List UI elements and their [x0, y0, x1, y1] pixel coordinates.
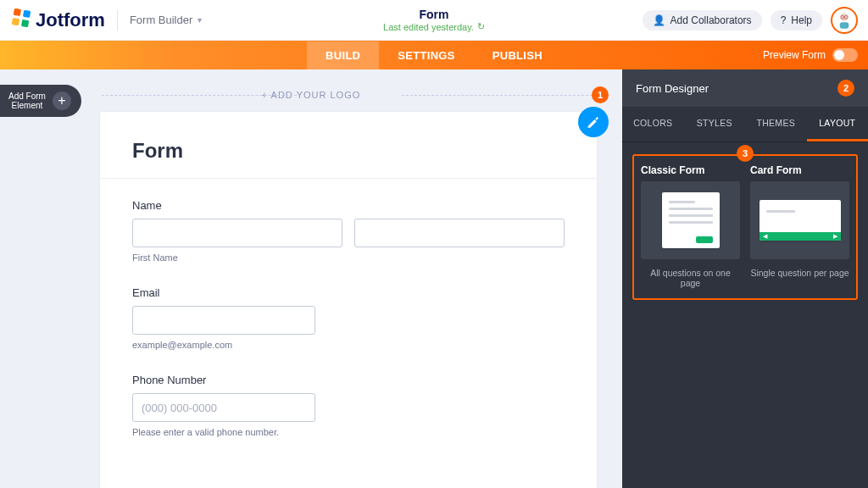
- designer-tab-styles[interactable]: STYLES: [684, 107, 746, 141]
- card-thumb: ◀▶: [760, 200, 841, 241]
- svg-rect-1: [23, 9, 31, 17]
- main-nav: BUILD SETTINGS PUBLISH Preview Form: [0, 41, 868, 69]
- designer-panel: Form Designer 2 COLORS STYLES THEMES LAY…: [622, 69, 868, 488]
- add-logo-slot[interactable]: + ADD YOUR LOGO: [0, 69, 622, 105]
- logo-icon: [10, 7, 32, 34]
- brand-text: Jotform: [36, 9, 105, 31]
- breadcrumb[interactable]: Form Builder ▾: [130, 14, 202, 26]
- layout-options: Classic Form All questions on one page C…: [632, 154, 858, 300]
- tab-publish[interactable]: PUBLISH: [474, 42, 561, 69]
- annotation-1: 1: [592, 86, 609, 103]
- svg-rect-8: [840, 22, 849, 29]
- user-icon: 👤: [653, 14, 665, 26]
- card-sub: Single question per page: [750, 268, 849, 278]
- annotation-2: 2: [837, 80, 854, 97]
- last-name-input[interactable]: [354, 219, 565, 247]
- logo[interactable]: Jotform: [10, 7, 105, 34]
- email-input[interactable]: [132, 306, 315, 335]
- designer-title: Form Designer: [636, 82, 709, 95]
- page-title: Form: [383, 8, 485, 21]
- divider: [117, 10, 118, 30]
- svg-rect-3: [21, 19, 29, 26]
- classic-thumb: [662, 192, 720, 248]
- name-label: Name: [132, 199, 565, 212]
- card-title: Card Form: [750, 164, 849, 176]
- field-name[interactable]: Name First Name: [100, 199, 597, 286]
- form-card: Form Name First Name Email example@examp…: [100, 112, 597, 488]
- phone-input[interactable]: [132, 393, 315, 422]
- phone-label: Phone Number: [132, 374, 565, 386]
- designer-tab-layout[interactable]: LAYOUT: [807, 107, 869, 141]
- preview-toggle[interactable]: [832, 48, 858, 62]
- email-label: Email: [132, 286, 565, 299]
- stage: Add Form Element + + ADD YOUR LOGO Form …: [0, 69, 622, 488]
- phone-hint: Please enter a valid phone number.: [132, 427, 565, 437]
- add-collaborators-button[interactable]: 👤 Add Collaborators: [643, 10, 762, 30]
- avatar[interactable]: [831, 7, 858, 34]
- form-designer-button[interactable]: [578, 107, 609, 137]
- help-label: Help: [791, 14, 812, 26]
- tab-build[interactable]: BUILD: [307, 42, 379, 69]
- designer-tab-themes[interactable]: THEMES: [745, 107, 807, 141]
- breadcrumb-label: Form Builder: [130, 14, 192, 26]
- last-edited-label: Last edited yesterday.: [383, 22, 474, 32]
- reload-icon[interactable]: ↻: [477, 21, 485, 32]
- divider: [100, 178, 597, 179]
- annotation-3: 3: [737, 145, 754, 162]
- layout-option-card[interactable]: Card Form ◀▶ Single question per page: [750, 164, 849, 288]
- email-hint: example@example.com: [132, 340, 565, 350]
- first-name-input[interactable]: [132, 219, 342, 247]
- preview-label: Preview Form: [763, 49, 826, 61]
- chevron-down-icon: ▾: [198, 15, 202, 25]
- svg-rect-2: [12, 17, 19, 25]
- page-title-group: Form Last edited yesterday. ↻: [383, 8, 485, 32]
- add-collaborators-label: Add Collaborators: [670, 14, 752, 26]
- classic-title: Classic Form: [641, 164, 740, 176]
- first-name-sublabel: First Name: [132, 252, 565, 263]
- designer-tab-colors[interactable]: COLORS: [622, 107, 684, 141]
- layout-option-classic[interactable]: Classic Form All questions on one page: [641, 164, 740, 288]
- field-email[interactable]: Email example@example.com: [100, 286, 597, 374]
- tab-settings[interactable]: SETTINGS: [379, 42, 473, 69]
- form-title[interactable]: Form: [100, 112, 597, 178]
- add-logo-label: + ADD YOUR LOGO: [262, 90, 361, 100]
- svg-rect-0: [14, 8, 21, 15]
- field-phone[interactable]: Phone Number Please enter a valid phone …: [100, 374, 597, 461]
- classic-sub: All questions on one page: [641, 268, 740, 288]
- help-icon: ?︎: [781, 14, 787, 26]
- help-button[interactable]: ?︎ Help: [771, 10, 822, 30]
